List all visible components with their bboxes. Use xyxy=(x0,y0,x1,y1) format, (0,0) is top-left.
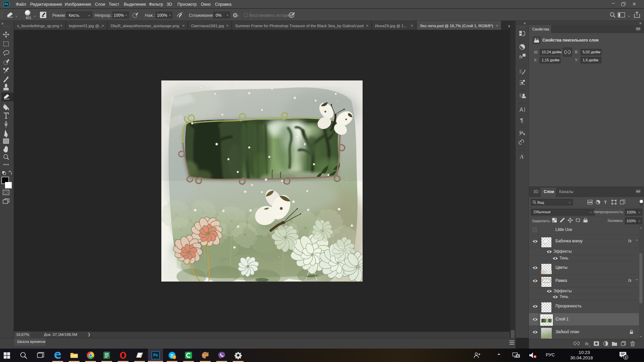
svg-text:fx: fx xyxy=(519,54,523,59)
svg-text:A: A xyxy=(520,107,523,113)
svg-text:fx: fx xyxy=(585,341,589,346)
svg-text:¶: ¶ xyxy=(520,117,523,124)
svg-text:A: A xyxy=(520,154,524,160)
svg-text:T: T xyxy=(604,200,607,205)
